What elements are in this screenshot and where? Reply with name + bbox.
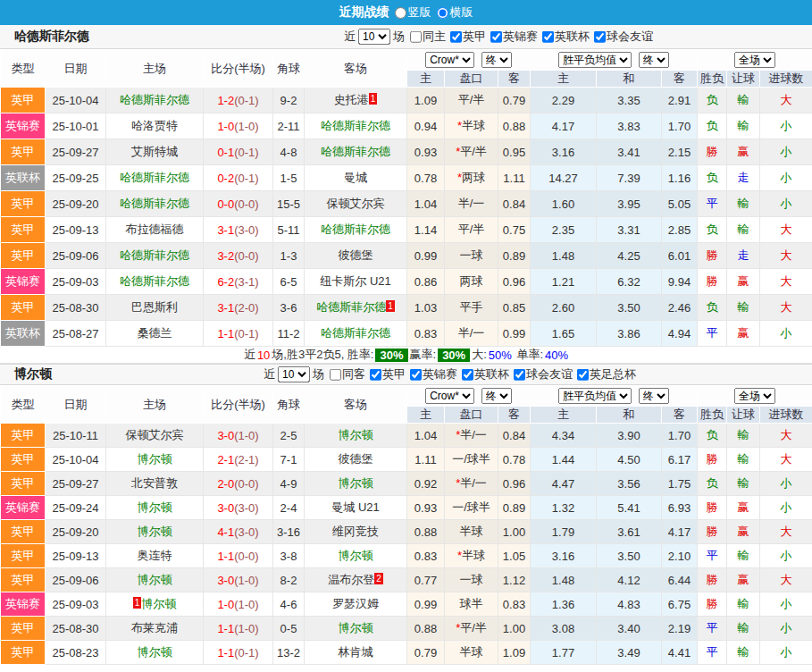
bookmaker-select[interactable]: Crow* — [425, 388, 474, 404]
home-team[interactable]: 保顿艾尔宾 — [126, 428, 184, 441]
home-team[interactable]: 哈德斯菲尔德 — [120, 171, 189, 184]
same-venue-checkbox[interactable]: 同主 — [405, 29, 446, 45]
home-team[interactable]: 布拉德福德 — [126, 223, 184, 236]
away-team[interactable]: 保顿艾尔宾 — [327, 197, 385, 210]
handicap-line: 一球 — [445, 568, 498, 592]
away-team[interactable]: 维冈竞技 — [332, 525, 379, 538]
matches-label: 场 — [393, 29, 405, 45]
odds-stage-select[interactable]: 终 — [481, 388, 512, 404]
home-team[interactable]: 哈德斯菲尔德 — [120, 197, 189, 210]
col-odds-home: 主 — [407, 407, 445, 424]
home-team[interactable]: 博尔顿 — [138, 573, 172, 586]
match-count-select[interactable]: 10 — [278, 366, 310, 382]
home-team[interactable]: 博尔顿 — [138, 500, 172, 514]
league-checkbox[interactable]: 英甲 — [365, 366, 406, 382]
avg-home-odds: 1.60 — [531, 191, 597, 217]
away-team[interactable]: 彼德堡 — [339, 248, 373, 262]
match-scope-select[interactable]: 全场 — [734, 52, 775, 68]
away-team[interactable]: 彼德堡 — [339, 452, 373, 466]
home-team[interactable]: 奥连特 — [138, 549, 172, 562]
scope-group-header: 全场 — [698, 386, 812, 407]
goals-cell: 大 — [760, 568, 812, 592]
layout-radio-vertical[interactable]: 竖版 — [395, 4, 431, 21]
home-team[interactable]: 博尔顿 — [138, 452, 172, 466]
away-team[interactable]: 罗瑟汉姆 — [332, 597, 379, 610]
fulltime-score: 3-1 — [217, 223, 234, 237]
match-date: 25-10-04 — [46, 448, 106, 472]
league-checkbox[interactable]: 英联杯 — [457, 366, 509, 382]
home-team[interactable]: 博尔顿 — [141, 597, 176, 610]
handicap-result-cell: 赢 — [727, 139, 760, 165]
col-let-goal: 让球 — [727, 407, 760, 424]
home-team[interactable]: 博尔顿 — [138, 525, 172, 538]
team-name[interactable]: 博尔顿 — [14, 366, 52, 382]
score-cell: 0-0(0-0) — [204, 191, 273, 217]
away-team[interactable]: 哈德斯菲尔德 — [316, 300, 386, 314]
match-row: 英甲 25-08-30 巴恩斯利 3-1(2-0) 3-6 哈德斯菲尔德1 1.… — [1, 295, 812, 321]
away-rank-badge: 2 — [374, 573, 383, 584]
away-team[interactable]: 博尔顿 — [339, 428, 373, 441]
result-cell: 勝 — [698, 139, 727, 165]
home-team[interactable]: 布莱克浦 — [131, 621, 178, 634]
home-team[interactable]: 北安普敦 — [131, 476, 178, 490]
league-checkbox[interactable]: 英联杯 — [538, 29, 590, 45]
fulltime-score: 2-1 — [217, 453, 234, 466]
league-checkbox[interactable]: 英锦赛 — [406, 366, 457, 382]
away-team[interactable]: 博尔顿 — [339, 476, 373, 490]
odds-stage-select[interactable]: 终 — [481, 52, 512, 68]
away-team[interactable]: 温布尔登 — [328, 573, 374, 586]
away-odds: 1.00 — [498, 520, 531, 544]
away-team[interactable]: 曼城 — [344, 171, 367, 184]
home-team[interactable]: 巴恩斯利 — [131, 300, 178, 314]
league-checkbox[interactable]: 英甲 — [446, 29, 486, 45]
avg-home-odds: 4.47 — [531, 472, 597, 496]
home-team[interactable]: 博尔顿 — [138, 645, 172, 659]
home-team[interactable]: 哈德斯菲尔德 — [120, 248, 189, 262]
avg-type-select[interactable]: 胜平负均值 — [558, 388, 632, 404]
avg-type-select[interactable]: 胜平负均值 — [558, 52, 632, 68]
home-team-cell: 博尔顿 — [106, 520, 204, 544]
away-team-cell: 博尔顿 — [305, 617, 407, 641]
match-row: 英甲 25-09-06 哈德斯菲尔德 3-2(0-0) 1-3 彼德堡 0.99… — [1, 243, 812, 269]
league-checkbox[interactable]: 英锦赛 — [486, 29, 538, 45]
handicap-result-cell: 輸 — [727, 617, 760, 641]
home-team[interactable]: 艾斯特城 — [131, 145, 178, 158]
away-team[interactable]: 史托港 — [334, 93, 369, 106]
league-checkbox[interactable]: 英足总杯 — [573, 366, 636, 382]
home-team[interactable]: 哈洛贾特 — [131, 119, 178, 132]
away-team[interactable]: 哈德斯菲尔德 — [321, 326, 390, 340]
avg-group-header: 胜平负均值 终 — [531, 50, 698, 71]
avg-draw-odds: 3.83 — [597, 113, 662, 139]
horizontal-radio[interactable] — [437, 7, 448, 19]
avg-stage-select[interactable]: 终 — [639, 388, 669, 404]
league-checkbox[interactable]: 球会友谊 — [509, 366, 573, 382]
match-count-select[interactable]: 10 — [358, 29, 390, 45]
team-name[interactable]: 哈德斯菲尔德 — [14, 29, 89, 45]
same-venue-checkbox[interactable]: 同客 — [324, 366, 365, 382]
home-team[interactable]: 桑德兰 — [138, 326, 172, 340]
away-team[interactable]: 纽卡斯尔 U21 — [320, 274, 390, 288]
home-team[interactable]: 哈德斯菲尔德 — [120, 93, 189, 106]
goals-cell: 小 — [760, 165, 812, 191]
away-team[interactable]: 博尔顿 — [339, 621, 373, 634]
league-checkbox[interactable]: 球会友谊 — [590, 29, 653, 45]
layout-radio-horizontal[interactable]: 横版 — [437, 4, 473, 21]
avg-stage-select[interactable]: 终 — [639, 52, 669, 68]
league-filter-group: 英甲英锦赛英联杯球会友谊英足总杯 — [365, 366, 636, 383]
score-cell: 3-0(1-0) — [204, 424, 273, 448]
away-team[interactable]: 哈德斯菲尔德 — [321, 119, 390, 132]
away-team[interactable]: 哈德斯菲尔德 — [321, 223, 390, 236]
halftime-score: (0-1) — [234, 146, 258, 159]
result-cell: 负 — [698, 88, 727, 113]
vertical-radio[interactable] — [395, 7, 406, 19]
league-type-badge: 英甲 — [1, 544, 46, 568]
bookmaker-select[interactable]: Crow* — [425, 52, 474, 68]
away-team[interactable]: 哈德斯菲尔德 — [321, 145, 390, 158]
match-scope-select[interactable]: 全场 — [734, 388, 775, 404]
away-team[interactable]: 曼城 U21 — [331, 500, 379, 514]
away-team[interactable]: 博尔顿 — [339, 549, 373, 562]
result-cell: 负 — [698, 165, 727, 191]
away-team[interactable]: 林肯城 — [339, 645, 373, 659]
home-team[interactable]: 哈德斯菲尔德 — [120, 274, 189, 288]
away-team-cell: 史托港1 — [305, 88, 407, 113]
